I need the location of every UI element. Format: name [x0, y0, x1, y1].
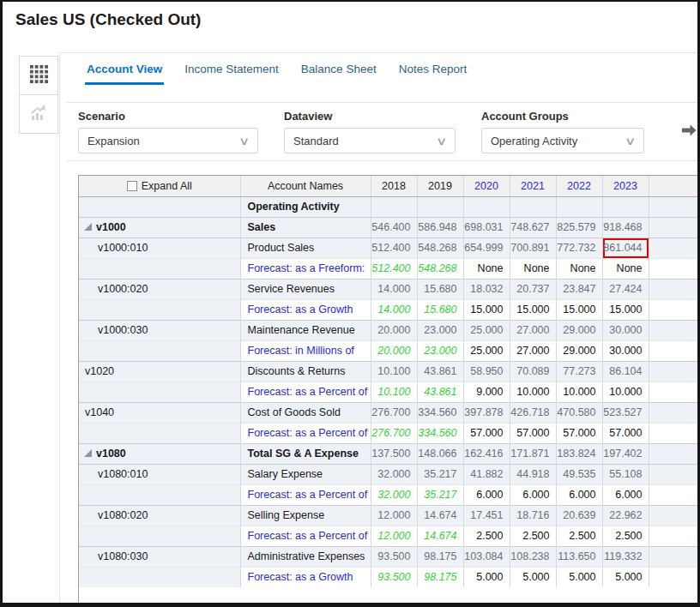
chevron-down-icon: ∨: [437, 135, 448, 147]
value-cell[interactable]: 2.500: [510, 526, 556, 546]
value-cell[interactable]: None: [556, 258, 602, 279]
value-cell[interactable]: None: [510, 258, 556, 279]
spacer-cell: [649, 258, 697, 279]
value-cell[interactable]: 14.000: [371, 299, 417, 320]
value-cell[interactable]: 14.674: [417, 526, 463, 546]
collapse-triangle-icon[interactable]: [84, 449, 92, 457]
account-groups-label: Account Groups: [481, 110, 644, 123]
value-cell[interactable]: 2.500: [602, 526, 649, 546]
scenario-label: Scenario: [78, 110, 258, 123]
value-cell[interactable]: 9.000: [463, 382, 510, 402]
value-cell[interactable]: 2.500: [556, 526, 602, 546]
grid-view-button[interactable]: [19, 56, 58, 95]
account-code: v1040: [85, 406, 114, 418]
value-cell[interactable]: 32.000: [371, 484, 417, 505]
account-groups-filter: Account GroupsOperating Activity∨: [481, 110, 644, 153]
year-header-2023[interactable]: 2023: [602, 176, 649, 196]
tab-notes-report[interactable]: Notes Report: [397, 63, 469, 85]
year-header-2021[interactable]: 2021: [510, 176, 556, 196]
year-header-2020[interactable]: 2020: [463, 176, 510, 196]
account-row: v1080:030Administrative Expenses93.50098…: [79, 546, 697, 567]
value-cell[interactable]: 15.000: [556, 299, 602, 320]
value-cell[interactable]: 15.000: [602, 299, 649, 320]
forecast-row: Forecast: as a Percent of276.700334.5605…: [79, 423, 697, 443]
account-name: Product Sales: [248, 242, 315, 254]
tab-balance-sheet[interactable]: Balance Sheet: [299, 63, 378, 85]
value-cell[interactable]: 35.217: [417, 484, 463, 505]
expand-all-checkbox[interactable]: [127, 181, 137, 191]
value-cell[interactable]: 20.000: [371, 340, 417, 361]
value-cell: 44.918: [510, 464, 556, 484]
value-cell[interactable]: 5.000: [602, 567, 649, 587]
value-cell[interactable]: 6.000: [463, 484, 510, 505]
value-cell[interactable]: 5.000: [556, 567, 602, 587]
tab-income-statement[interactable]: Income Statement: [183, 63, 281, 85]
value-cell[interactable]: 30.000: [602, 340, 649, 361]
value-cell[interactable]: 57.000: [463, 423, 510, 443]
forecast-row: Forecast: as a Percent of12.00014.6742.5…: [79, 526, 697, 546]
value-cell[interactable]: 29.000: [556, 340, 602, 361]
value-cell[interactable]: 6.000: [556, 484, 602, 505]
value-cell[interactable]: 10.000: [510, 382, 556, 402]
spacer-cell: [649, 567, 697, 587]
value-cell[interactable]: 15.000: [463, 299, 510, 320]
value-cell[interactable]: 93.500: [371, 567, 417, 587]
value-cell[interactable]: None: [602, 258, 649, 279]
value-cell[interactable]: 98.175: [417, 567, 463, 587]
value-cell[interactable]: 334.560: [417, 423, 463, 443]
value-cell[interactable]: None: [463, 258, 510, 279]
value-cell[interactable]: 6.000: [510, 484, 556, 505]
value-cell[interactable]: 10.000: [602, 382, 649, 402]
scenario-filter: ScenarioExpansion∨: [78, 110, 258, 153]
forecast-method-link[interactable]: Forecast: as a Growth: [248, 571, 353, 583]
forecast-method-link[interactable]: Forecast: as a Percent of: [248, 530, 368, 542]
value-cell[interactable]: 23.000: [417, 340, 463, 361]
dataview-select[interactable]: Standard∨: [284, 128, 456, 153]
value-cell[interactable]: 512.400: [371, 258, 417, 279]
value-cell[interactable]: 27.000: [510, 340, 556, 361]
value-cell[interactable]: 10.000: [556, 382, 602, 402]
year-header-2022[interactable]: 2022: [556, 176, 602, 196]
value-cell[interactable]: 276.700: [371, 423, 417, 443]
account-name-cell: Salary Expense: [240, 464, 371, 484]
tab-account-view[interactable]: Account View: [85, 63, 164, 85]
account-name-cell: Forecast: as a Percent of: [240, 423, 371, 443]
forecast-method-link[interactable]: Forecast: as a Freeform:: [248, 262, 365, 274]
value-cell[interactable]: 5.000: [463, 567, 510, 587]
scenario-select[interactable]: Expansion∨: [78, 128, 258, 153]
value-cell[interactable]: 25.000: [463, 340, 510, 361]
collapse-triangle-icon[interactable]: [84, 223, 92, 231]
value-cell: 58.950: [463, 361, 510, 382]
go-button[interactable]: [679, 121, 698, 143]
forecast-method-link[interactable]: Forecast: as a Growth: [248, 304, 353, 316]
spacer-cell: [649, 237, 697, 258]
highlighted-value-cell: 861.044: [602, 237, 649, 258]
value-cell: 772.732: [556, 237, 602, 258]
account-name-cell: Forecast: as a Freeform:: [240, 258, 371, 279]
value-cell[interactable]: 15.680: [417, 299, 463, 320]
forecast-method-link[interactable]: Forecast: as a Percent of: [248, 489, 368, 501]
forecast-method-link[interactable]: Forecast: as a Percent of: [248, 427, 368, 439]
account-groups-select[interactable]: Operating Activity∨: [481, 128, 644, 153]
value-cell[interactable]: 5.000: [510, 567, 556, 587]
value-cell: 548.268: [417, 237, 463, 258]
account-name: Operating Activity: [248, 201, 340, 213]
value-cell[interactable]: 12.000: [371, 526, 417, 546]
chevron-down-icon: ∨: [239, 135, 250, 147]
value-cell[interactable]: 57.000: [510, 423, 556, 443]
value-cell[interactable]: 548.268: [417, 258, 463, 279]
value-cell[interactable]: 57.000: [556, 423, 602, 443]
value-cell[interactable]: 2.500: [463, 526, 510, 546]
forecast-method-link[interactable]: Forecast: as a Percent of: [248, 386, 368, 398]
value-cell: 512.400: [371, 237, 417, 258]
value-cell[interactable]: 10.100: [371, 382, 417, 402]
forecast-method-link[interactable]: Forecast: in Millions of: [248, 345, 354, 357]
chart-view-button[interactable]: [19, 94, 58, 134]
value-cell[interactable]: 57.000: [602, 423, 649, 443]
value-cell[interactable]: 43.861: [417, 382, 463, 402]
value-cell: 523.527: [602, 402, 649, 423]
value-cell[interactable]: 6.000: [602, 484, 649, 505]
value-cell: [510, 196, 556, 217]
value-cell: 20.000: [371, 320, 417, 340]
value-cell[interactable]: 15.000: [510, 299, 556, 320]
